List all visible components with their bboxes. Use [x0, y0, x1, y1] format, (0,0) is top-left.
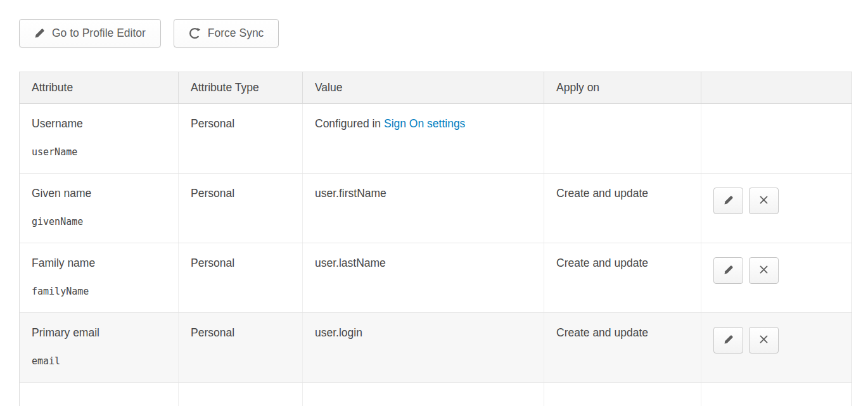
edit-attribute-button[interactable]	[713, 327, 743, 354]
attribute-label: Username	[32, 117, 166, 131]
attribute-value: user.lastName	[303, 243, 544, 312]
attribute-value: Configured in Sign On settings	[303, 104, 544, 173]
close-icon	[759, 195, 769, 207]
force-sync-label: Force Sync	[208, 27, 264, 40]
edit-attribute-button[interactable]	[713, 188, 743, 214]
delete-attribute-button[interactable]	[749, 188, 779, 214]
actions-cell	[701, 174, 852, 243]
pencil-icon	[34, 28, 45, 39]
force-sync-button[interactable]: Force Sync	[174, 19, 279, 48]
go-to-profile-editor-label: Go to Profile Editor	[52, 27, 146, 40]
attribute-type: Personal	[179, 174, 303, 243]
edit-attribute-button[interactable]	[713, 257, 743, 284]
pencil-icon	[724, 195, 734, 207]
attribute-type: Personal	[179, 243, 303, 312]
delete-attribute-button[interactable]	[749, 257, 779, 284]
attribute-type: Personal	[179, 313, 303, 382]
header-apply-on: Apply on	[544, 72, 701, 103]
attribute-label: Given name	[32, 187, 166, 200]
apply-on-value	[544, 104, 701, 173]
go-to-profile-editor-button[interactable]: Go to Profile Editor	[19, 19, 161, 48]
actions-cell	[701, 104, 852, 173]
header-attribute: Attribute	[20, 72, 179, 103]
value-text: Configured in	[315, 117, 384, 130]
table-header-row: Attribute Attribute Type Value Apply on	[20, 72, 852, 104]
delete-attribute-button[interactable]	[749, 327, 779, 354]
sign-on-settings-link[interactable]: Sign On settings	[384, 117, 465, 130]
pencil-icon	[724, 265, 734, 277]
attribute-value: user.firstName	[303, 174, 544, 243]
refresh-icon	[189, 27, 201, 39]
table-row-given-name: Given name givenName Personal user.first…	[20, 174, 852, 243]
table-body: Username userName Personal Configured in…	[20, 104, 852, 406]
attribute-variable: familyName	[32, 286, 166, 297]
attribute-mappings-page: Go to Profile Editor Force Sync Attribut…	[0, 0, 868, 406]
attribute-mapping-table: Attribute Attribute Type Value Apply on …	[19, 72, 852, 406]
attribute-variable: userName	[32, 146, 166, 158]
attribute-label: Primary email	[32, 326, 166, 340]
header-attribute-type: Attribute Type	[179, 72, 303, 103]
pencil-icon	[724, 335, 734, 347]
header-actions	[701, 72, 852, 103]
apply-on-value: Create and update	[544, 313, 701, 382]
attribute-type: Personal	[179, 104, 303, 173]
attribute-variable: email	[32, 355, 166, 367]
close-icon	[759, 265, 769, 276]
actions-cell	[701, 243, 852, 312]
toolbar: Go to Profile Editor Force Sync	[19, 19, 852, 48]
apply-on-value: Create and update	[544, 174, 701, 243]
header-value: Value	[303, 72, 544, 103]
close-icon	[759, 335, 769, 346]
attribute-label: Family name	[32, 257, 166, 270]
actions-cell	[701, 313, 852, 382]
table-row-family-name: Family name familyName Personal user.las…	[20, 243, 852, 313]
table-row-username: Username userName Personal Configured in…	[20, 104, 852, 174]
table-row-partial	[20, 383, 852, 406]
attribute-variable: givenName	[32, 216, 166, 227]
apply-on-value: Create and update	[544, 243, 701, 312]
table-row-primary-email: Primary email email Personal user.login …	[20, 313, 852, 383]
attribute-value: user.login	[303, 313, 544, 382]
